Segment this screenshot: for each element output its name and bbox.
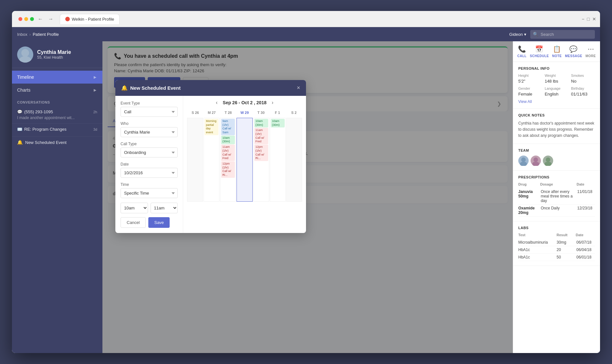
user-chevron-icon: ▾ xyxy=(524,32,526,37)
cal-event-11am-28: 11am (1hr) Call w/ Fred xyxy=(221,145,235,161)
cal-header-f: F 1 xyxy=(269,109,286,116)
close-btn[interactable] xyxy=(18,17,22,21)
patient-header: Cynthia Marie 55, Kiwi Health xyxy=(12,41,102,68)
browser-tab[interactable]: Welkin - Patient Profile xyxy=(60,14,120,24)
time-type-select[interactable]: Specific Time xyxy=(121,188,178,198)
personal-info-title: PERSONAL INFO xyxy=(518,66,595,70)
save-button[interactable]: Save xyxy=(148,217,170,228)
rx-col-dosage: Dosage xyxy=(540,182,577,186)
gender-label: Gender xyxy=(518,86,542,90)
labs-date-1: 06/07/18 xyxy=(576,240,595,245)
who-group: Who Cynthia Marie xyxy=(121,121,178,137)
conv-icon-email: ✉️ xyxy=(17,127,22,132)
birthday-value: 01/11/63 xyxy=(571,92,587,96)
labs-test-2: HbA1c xyxy=(518,248,555,252)
modal-close-button[interactable]: × xyxy=(297,85,300,91)
team-member-1[interactable] xyxy=(518,156,529,166)
close-icon[interactable]: ✕ xyxy=(592,16,596,22)
calendar-title: Sep 26 - Oct 2 , 2018 xyxy=(223,100,266,105)
who-select[interactable]: Cynthia Marie xyxy=(121,127,178,137)
team-member-3[interactable] xyxy=(543,156,553,166)
minimize-icon[interactable]: − xyxy=(582,16,584,22)
timeline-label: Timeline xyxy=(17,75,34,80)
action-more[interactable]: ⋯ MORE xyxy=(586,45,596,58)
conv-time-phone: 2h xyxy=(93,110,97,114)
conversation-item-email[interactable]: ✉️ RE: Program Changes 3d xyxy=(12,124,102,136)
back-button[interactable]: ← xyxy=(37,15,44,23)
cancel-button[interactable]: Cancel xyxy=(121,217,146,228)
cal-cell-m27[interactable]: Morning partial day event xyxy=(204,118,219,202)
cal-cell-f1[interactable]: 10am (30m) xyxy=(270,118,286,202)
rx-col-drug: Drug xyxy=(518,182,540,186)
time-from-select[interactable]: 10am xyxy=(121,203,148,213)
cal-cell-s26[interactable] xyxy=(187,118,203,202)
birthday-item: Birthday 01/11/63 xyxy=(571,86,595,97)
top-bar-right: Gideon ▾ 🔍 xyxy=(509,30,595,39)
labs-col-date: Date xyxy=(576,233,595,237)
modal-title-text: New Scheduled Event xyxy=(130,85,181,91)
action-note[interactable]: 📋 NOTE xyxy=(552,45,562,58)
search-input[interactable] xyxy=(530,30,595,39)
conv-name-email: ✉️ RE: Program Changes xyxy=(17,127,67,132)
language-item: Language English xyxy=(545,86,569,97)
calendar-prev-button[interactable]: ‹ xyxy=(216,100,217,106)
smokes-value: No xyxy=(571,79,576,84)
labs-result-3: 50 xyxy=(557,255,575,259)
event-type-label: Event Type xyxy=(121,101,178,106)
cal-cell-t30[interactable]: 10am (30m) 11am (1hr) Call w/ Fred 12pm … xyxy=(253,118,269,202)
max-btn[interactable] xyxy=(30,17,34,21)
app-container: Inbox › Patient Profile Gideon ▾ 🔍 xyxy=(12,27,600,353)
sidebar-menu: Timeline ► Charts ► CONVERSATIONS 💬 (555… xyxy=(12,68,102,151)
svg-point-7 xyxy=(544,162,552,166)
date-select[interactable]: 10/2/2016 xyxy=(121,168,178,178)
cal-event-12pm-30: 12pm (1hr) Call w/ Ri... xyxy=(254,145,268,161)
cal-cell-w29[interactable] xyxy=(237,118,252,202)
rx-drug-1: Januvia 50mg xyxy=(518,189,539,203)
restore-icon[interactable]: □ xyxy=(587,16,590,22)
user-menu[interactable]: Gideon ▾ xyxy=(509,32,526,37)
birthday-label: Birthday xyxy=(571,86,595,90)
breadcrumb-inbox[interactable]: Inbox xyxy=(17,32,27,37)
conv-icon-phone: 💬 xyxy=(17,109,22,114)
cal-cell-t28[interactable]: 9am (1hr) Call w/ Sam 10am (30m) 11am (1… xyxy=(220,118,236,202)
conversation-item-phone[interactable]: 💬 (555) 293-1095 2h I made another appoi… xyxy=(12,106,102,124)
cal-event-morning: Morning partial day event xyxy=(205,119,218,135)
new-scheduled-event-item[interactable]: 🔔 New Scheduled Event xyxy=(12,136,102,148)
cal-cell-s2[interactable] xyxy=(286,118,302,202)
labs-result-2: 20 xyxy=(557,248,575,252)
time-label: Time xyxy=(121,182,178,187)
labs-test-3: HbA1c xyxy=(518,255,555,259)
action-call[interactable]: 📞 CALL xyxy=(517,45,527,58)
time-to-select[interactable]: 11am xyxy=(151,203,178,213)
action-message[interactable]: 💬 MESSAGE xyxy=(565,45,582,58)
team-member-2[interactable] xyxy=(531,156,541,166)
time-range: 10am 11am xyxy=(121,203,178,213)
who-label: Who xyxy=(121,121,178,126)
height-item: Height 5'2" xyxy=(518,74,542,84)
height-value: 5'2" xyxy=(518,79,525,84)
calendar-body: Morning partial day event 9am (1hr) Call… xyxy=(187,118,302,202)
sidebar-item-timeline[interactable]: Timeline ► xyxy=(12,71,102,84)
user-name: Gideon xyxy=(509,32,523,37)
call-type-group: Call Type Onboarding xyxy=(121,142,178,157)
height-label: Height xyxy=(518,74,542,77)
forward-button[interactable]: → xyxy=(47,15,55,23)
cal-event-10am-f1: 10am (30m) xyxy=(271,119,285,127)
modal-form: Event Type Call Who Cynthia Marie xyxy=(115,96,183,233)
event-type-select[interactable]: Call xyxy=(121,107,178,117)
labs-row-1: Microalbuminuria 30mg 06/07/18 xyxy=(518,239,595,246)
call-type-select[interactable]: Onboarding xyxy=(121,147,178,157)
calendar-next-button[interactable]: › xyxy=(272,100,273,106)
calendar-panel: ‹ Sep 26 - Oct 2 , 2018 › S 26 M 27 T 28 xyxy=(183,96,306,233)
action-schedule[interactable]: 📅 SCHEDULE xyxy=(530,45,549,58)
browser-nav xyxy=(18,17,34,21)
rx-drug-2: Oxamide 20mg xyxy=(518,206,539,215)
labs-title: LABS xyxy=(518,226,595,230)
call-action-icon: 📞 xyxy=(518,45,526,53)
note-action-label: NOTE xyxy=(552,54,562,58)
action-bar: 📞 CALL 📅 SCHEDULE 📋 NOTE 💬 MESSAGE xyxy=(513,41,600,62)
min-btn[interactable] xyxy=(24,17,28,21)
breadcrumb-separator: › xyxy=(29,32,31,37)
sidebar-item-charts[interactable]: Charts ► xyxy=(12,84,102,96)
view-all-link[interactable]: View All xyxy=(518,99,595,104)
